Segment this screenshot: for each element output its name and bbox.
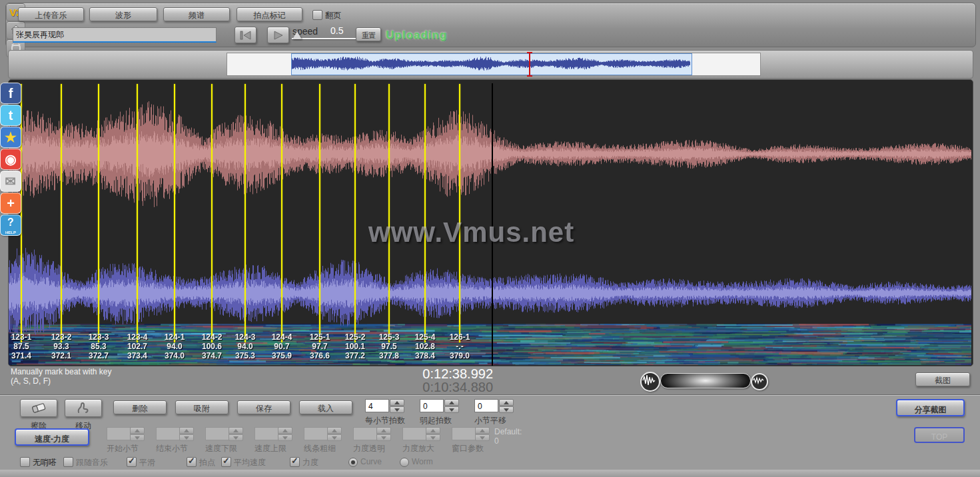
overview-strip [8, 50, 973, 79]
speed-slider-track[interactable] [292, 38, 360, 39]
beat-label: 126-1-.-379.0 [450, 332, 470, 360]
param-label-0: 开始小节 [107, 443, 139, 454]
beat-marker-line[interactable] [319, 84, 320, 342]
help-icon[interactable]: ?HELP [0, 215, 21, 236]
screenshot-button[interactable]: 截图 [915, 372, 970, 386]
page-turn-checkbox[interactable] [312, 10, 322, 20]
twitter-icon[interactable]: t [0, 105, 21, 126]
beat-marker-line[interactable] [424, 84, 426, 342]
track-title-input[interactable] [13, 27, 217, 43]
beat-label: 124-194.0374.0 [165, 332, 185, 360]
top-button[interactable]: TOP [914, 427, 965, 443]
wave-zoom-out-icon[interactable] [640, 372, 660, 392]
beat-label: 125-4102.8378.4 [415, 332, 436, 360]
save-button[interactable]: 保存 [237, 400, 290, 414]
play-button[interactable] [267, 27, 289, 43]
eraser-icon [30, 402, 47, 413]
mail-icon[interactable]: ✉ [0, 171, 21, 192]
move-tool-button[interactable] [65, 399, 102, 417]
param-stepper-4 [327, 427, 342, 442]
overview-waveform-band[interactable] [227, 53, 761, 76]
beat-marker-line[interactable] [174, 84, 175, 342]
option-checkbox-5[interactable]: ✓ [290, 457, 300, 467]
option-checkbox-label-3: 拍点 [199, 457, 215, 468]
beat-marker-line[interactable] [211, 84, 213, 342]
reset-button[interactable]: 重置 [356, 27, 381, 41]
option-checkbox-label-0: 无哨嗒 [33, 457, 57, 468]
beat-marker-line[interactable] [61, 84, 62, 342]
pickup-beats-stepper[interactable] [444, 399, 459, 414]
tempo-dynamics-button[interactable]: 速度-力度 [15, 428, 89, 446]
delete-button[interactable]: 删除 [113, 400, 167, 414]
pickup-beats-input[interactable]: 0 [420, 399, 444, 412]
facebook-icon[interactable]: f [0, 83, 21, 104]
prev-button[interactable] [235, 27, 256, 43]
bar-shift-stepper[interactable] [499, 399, 514, 414]
param-input-1 [156, 427, 180, 440]
mode-radio-label-curve: Curve [360, 457, 382, 466]
wave-zoom-slider[interactable] [660, 373, 751, 388]
mode-radio-worm[interactable] [400, 458, 409, 467]
beat-marker-line[interactable] [459, 84, 460, 342]
mode-radio-curve[interactable] [348, 458, 358, 467]
beat-marker-line[interactable] [137, 84, 138, 342]
beat-label: 123-187.5371.4 [11, 332, 32, 360]
snap-button[interactable]: 吸附 [175, 400, 229, 414]
watermark: www.Vmus.net [368, 217, 574, 248]
beats-per-bar-label: 每小节拍数 [365, 415, 405, 426]
param-input-0 [107, 427, 131, 440]
beats-per-bar-input[interactable]: 4 [365, 399, 389, 412]
share-plus-icon[interactable]: + [0, 193, 21, 214]
param-stepper-1 [179, 427, 194, 442]
param-label-7: 窗口参数 [452, 443, 484, 454]
speed-slider-thumb[interactable] [292, 31, 302, 39]
bar-shift-input[interactable]: 0 [474, 399, 498, 412]
waveform-button[interactable]: 波形 [89, 7, 157, 21]
beat-mark-button[interactable]: 拍点标记 [237, 7, 302, 21]
overview-selection[interactable] [291, 53, 692, 75]
upload-music-button[interactable]: 上传音乐 [18, 7, 84, 21]
window-bottom-edge [0, 470, 980, 477]
param-label-5: 力度透明 [353, 443, 385, 454]
param-stepper-2 [229, 427, 243, 442]
weibo-icon[interactable]: ◉ [0, 149, 21, 170]
beat-marker-line[interactable] [281, 84, 282, 342]
option-checkbox-2[interactable]: ✓ [127, 457, 137, 467]
param-input-7 [452, 427, 476, 440]
beat-label: 123-293.3372.1 [51, 332, 72, 360]
default-value-label: Default:0 [494, 427, 522, 446]
spectrum-button[interactable]: 频谱 [163, 7, 230, 21]
load-button[interactable]: 载入 [299, 400, 352, 414]
erase-tool-button[interactable] [20, 399, 57, 417]
param-label-2: 速度下限 [205, 443, 237, 454]
beat-marker-line[interactable] [245, 84, 246, 342]
option-checkbox-3[interactable]: ✓ [187, 457, 197, 467]
move-hand-icon [76, 401, 91, 414]
beats-per-bar-stepper[interactable] [390, 399, 404, 414]
share-screenshot-button[interactable]: 分享截图 [896, 399, 965, 416]
qzone-icon[interactable]: ★ [0, 127, 21, 148]
beat-marker-line[interactable] [354, 84, 356, 342]
option-checkbox-label-4: 平均速度 [234, 457, 266, 468]
param-label-4: 线条粗细 [304, 443, 336, 454]
wave-zoom-in-icon[interactable] [751, 373, 768, 390]
bar-shift-label: 小节平移 [474, 415, 506, 426]
param-input-3 [254, 427, 278, 440]
overview-cursor[interactable] [529, 52, 530, 77]
option-checkbox-0[interactable] [20, 457, 30, 467]
hint-text-line1: Manually mark beat with key [11, 367, 111, 376]
bottom-control-panel: 擦除 移动 删除 吸附 保存 载入 4 每小节拍数 0 弱起拍数 0 小节平移 … [0, 394, 980, 470]
param-stepper-6 [426, 427, 440, 442]
param-label-1: 结束小节 [156, 443, 188, 454]
beat-marker-line[interactable] [388, 84, 390, 342]
param-input-5 [353, 427, 377, 440]
option-checkbox-4[interactable]: ✓ [221, 457, 231, 467]
top-toolbar: 上传音乐 波形 频谱 拍点标记 翻页 V2 speed 0.5 重置 Uploa… [5, 3, 976, 47]
beat-label: 124-394.0375.3 [235, 332, 256, 360]
beat-marker-line[interactable] [98, 84, 99, 342]
beat-label: 125-197.7376.6 [310, 332, 330, 360]
hint-text-line2: (A, S, D, F) [11, 376, 51, 386]
option-checkbox-1[interactable] [63, 457, 73, 467]
uploading-status: Uploading [386, 29, 447, 42]
waveform-display[interactable]: 123-187.5371.4123-293.3372.1123-385.3372… [8, 79, 973, 366]
